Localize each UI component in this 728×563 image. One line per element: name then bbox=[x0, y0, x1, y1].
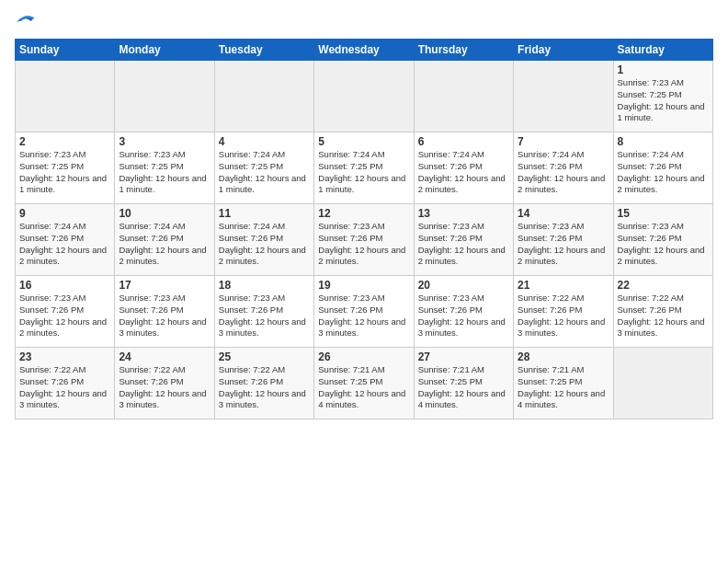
day-number: 25 bbox=[219, 350, 310, 363]
day-number: 12 bbox=[318, 207, 409, 220]
calendar-cell-0-4 bbox=[414, 61, 513, 132]
calendar-cell-4-5: 28Sunrise: 7:21 AM Sunset: 7:25 PM Dayli… bbox=[514, 348, 613, 419]
calendar-week-1: 2Sunrise: 7:23 AM Sunset: 7:25 PM Daylig… bbox=[16, 132, 713, 204]
day-info: Sunrise: 7:24 AM Sunset: 7:26 PM Dayligh… bbox=[518, 149, 609, 196]
calendar-cell-1-0: 2Sunrise: 7:23 AM Sunset: 7:25 PM Daylig… bbox=[16, 132, 115, 204]
day-info: Sunrise: 7:23 AM Sunset: 7:26 PM Dayligh… bbox=[219, 293, 310, 339]
calendar-cell-1-4: 6Sunrise: 7:24 AM Sunset: 7:26 PM Daylig… bbox=[414, 132, 513, 204]
day-number: 7 bbox=[518, 135, 609, 148]
day-number: 8 bbox=[618, 135, 709, 148]
day-number: 28 bbox=[518, 350, 609, 363]
calendar-cell-2-4: 13Sunrise: 7:23 AM Sunset: 7:26 PM Dayli… bbox=[414, 204, 513, 276]
logo-icon bbox=[16, 11, 36, 31]
day-number: 14 bbox=[518, 207, 609, 220]
day-info: Sunrise: 7:22 AM Sunset: 7:26 PM Dayligh… bbox=[219, 364, 310, 411]
calendar-cell-3-1: 17Sunrise: 7:23 AM Sunset: 7:26 PM Dayli… bbox=[115, 276, 214, 348]
day-number: 3 bbox=[119, 135, 210, 148]
day-number: 26 bbox=[318, 350, 409, 363]
day-number: 6 bbox=[418, 135, 509, 148]
day-info: Sunrise: 7:22 AM Sunset: 7:26 PM Dayligh… bbox=[518, 293, 609, 339]
day-number: 11 bbox=[219, 207, 310, 220]
calendar-cell-4-3: 26Sunrise: 7:21 AM Sunset: 7:25 PM Dayli… bbox=[314, 348, 414, 419]
calendar-table: SundayMondayTuesdayWednesdayThursdayFrid… bbox=[15, 39, 713, 419]
calendar-cell-0-2 bbox=[214, 61, 313, 132]
day-info: Sunrise: 7:24 AM Sunset: 7:25 PM Dayligh… bbox=[318, 149, 409, 196]
day-info: Sunrise: 7:23 AM Sunset: 7:26 PM Dayligh… bbox=[518, 221, 609, 268]
calendar-header-saturday: Saturday bbox=[613, 40, 712, 61]
day-info: Sunrise: 7:24 AM Sunset: 7:26 PM Dayligh… bbox=[19, 221, 110, 268]
day-info: Sunrise: 7:24 AM Sunset: 7:26 PM Dayligh… bbox=[418, 149, 509, 196]
day-number: 27 bbox=[418, 350, 509, 363]
calendar-cell-4-1: 24Sunrise: 7:22 AM Sunset: 7:26 PM Dayli… bbox=[115, 348, 214, 419]
day-info: Sunrise: 7:23 AM Sunset: 7:25 PM Dayligh… bbox=[618, 77, 709, 124]
day-info: Sunrise: 7:23 AM Sunset: 7:25 PM Dayligh… bbox=[19, 149, 110, 196]
calendar-cell-0-6: 1Sunrise: 7:23 AM Sunset: 7:25 PM Daylig… bbox=[613, 61, 712, 132]
calendar-header-thursday: Thursday bbox=[414, 40, 513, 61]
day-number: 9 bbox=[19, 207, 110, 220]
logo bbox=[15, 11, 36, 31]
calendar-week-2: 9Sunrise: 7:24 AM Sunset: 7:26 PM Daylig… bbox=[16, 204, 713, 276]
day-info: Sunrise: 7:23 AM Sunset: 7:26 PM Dayligh… bbox=[19, 293, 110, 339]
calendar-cell-2-2: 11Sunrise: 7:24 AM Sunset: 7:26 PM Dayli… bbox=[214, 204, 313, 276]
day-number: 21 bbox=[518, 279, 609, 292]
calendar-cell-1-1: 3Sunrise: 7:23 AM Sunset: 7:25 PM Daylig… bbox=[115, 132, 214, 204]
day-number: 2 bbox=[19, 135, 110, 148]
calendar-cell-0-0 bbox=[16, 61, 115, 132]
day-number: 20 bbox=[418, 279, 509, 292]
calendar-cell-2-0: 9Sunrise: 7:24 AM Sunset: 7:26 PM Daylig… bbox=[16, 204, 115, 276]
calendar-cell-3-5: 21Sunrise: 7:22 AM Sunset: 7:26 PM Dayli… bbox=[514, 276, 613, 348]
calendar-week-3: 16Sunrise: 7:23 AM Sunset: 7:26 PM Dayli… bbox=[16, 276, 713, 348]
calendar-cell-3-6: 22Sunrise: 7:22 AM Sunset: 7:26 PM Dayli… bbox=[613, 276, 712, 348]
calendar-header-row: SundayMondayTuesdayWednesdayThursdayFrid… bbox=[16, 40, 713, 61]
day-info: Sunrise: 7:22 AM Sunset: 7:26 PM Dayligh… bbox=[618, 293, 709, 339]
day-number: 19 bbox=[318, 279, 409, 292]
calendar-cell-3-0: 16Sunrise: 7:23 AM Sunset: 7:26 PM Dayli… bbox=[16, 276, 115, 348]
day-info: Sunrise: 7:21 AM Sunset: 7:25 PM Dayligh… bbox=[318, 364, 409, 411]
calendar-cell-2-3: 12Sunrise: 7:23 AM Sunset: 7:26 PM Dayli… bbox=[314, 204, 414, 276]
calendar-header-sunday: Sunday bbox=[16, 40, 115, 61]
calendar-cell-0-5 bbox=[514, 61, 613, 132]
day-info: Sunrise: 7:24 AM Sunset: 7:26 PM Dayligh… bbox=[618, 149, 709, 196]
calendar-cell-3-3: 19Sunrise: 7:23 AM Sunset: 7:26 PM Dayli… bbox=[314, 276, 414, 348]
day-info: Sunrise: 7:21 AM Sunset: 7:25 PM Dayligh… bbox=[518, 364, 609, 411]
calendar-header-tuesday: Tuesday bbox=[214, 40, 313, 61]
day-info: Sunrise: 7:23 AM Sunset: 7:26 PM Dayligh… bbox=[418, 293, 509, 339]
calendar-cell-4-4: 27Sunrise: 7:21 AM Sunset: 7:25 PM Dayli… bbox=[414, 348, 513, 419]
day-info: Sunrise: 7:23 AM Sunset: 7:26 PM Dayligh… bbox=[418, 221, 509, 268]
calendar-week-4: 23Sunrise: 7:22 AM Sunset: 7:26 PM Dayli… bbox=[16, 348, 713, 419]
calendar-header-monday: Monday bbox=[115, 40, 214, 61]
calendar-cell-2-5: 14Sunrise: 7:23 AM Sunset: 7:26 PM Dayli… bbox=[514, 204, 613, 276]
day-info: Sunrise: 7:23 AM Sunset: 7:26 PM Dayligh… bbox=[318, 293, 409, 339]
day-info: Sunrise: 7:21 AM Sunset: 7:25 PM Dayligh… bbox=[418, 364, 509, 411]
day-info: Sunrise: 7:22 AM Sunset: 7:26 PM Dayligh… bbox=[19, 364, 110, 411]
day-info: Sunrise: 7:23 AM Sunset: 7:26 PM Dayligh… bbox=[618, 221, 709, 268]
day-number: 22 bbox=[618, 279, 709, 292]
calendar-cell-2-1: 10Sunrise: 7:24 AM Sunset: 7:26 PM Dayli… bbox=[115, 204, 214, 276]
day-number: 17 bbox=[119, 279, 210, 292]
calendar-cell-0-3 bbox=[314, 61, 414, 132]
calendar-cell-3-4: 20Sunrise: 7:23 AM Sunset: 7:26 PM Dayli… bbox=[414, 276, 513, 348]
calendar-cell-2-6: 15Sunrise: 7:23 AM Sunset: 7:26 PM Dayli… bbox=[613, 204, 712, 276]
calendar-cell-1-6: 8Sunrise: 7:24 AM Sunset: 7:26 PM Daylig… bbox=[613, 132, 712, 204]
day-number: 15 bbox=[618, 207, 709, 220]
calendar-cell-4-6 bbox=[613, 348, 712, 419]
calendar-cell-3-2: 18Sunrise: 7:23 AM Sunset: 7:26 PM Dayli… bbox=[214, 276, 313, 348]
day-number: 16 bbox=[19, 279, 110, 292]
calendar-cell-4-2: 25Sunrise: 7:22 AM Sunset: 7:26 PM Dayli… bbox=[214, 348, 313, 419]
day-number: 4 bbox=[219, 135, 310, 148]
day-info: Sunrise: 7:23 AM Sunset: 7:26 PM Dayligh… bbox=[318, 221, 409, 268]
day-number: 10 bbox=[119, 207, 210, 220]
day-number: 5 bbox=[318, 135, 409, 148]
day-number: 23 bbox=[19, 350, 110, 363]
calendar-cell-4-0: 23Sunrise: 7:22 AM Sunset: 7:26 PM Dayli… bbox=[16, 348, 115, 419]
calendar-cell-0-1 bbox=[115, 61, 214, 132]
day-info: Sunrise: 7:23 AM Sunset: 7:26 PM Dayligh… bbox=[119, 293, 210, 339]
calendar-cell-1-2: 4Sunrise: 7:24 AM Sunset: 7:25 PM Daylig… bbox=[214, 132, 313, 204]
day-number: 1 bbox=[618, 63, 709, 76]
day-number: 18 bbox=[219, 279, 310, 292]
calendar-header-friday: Friday bbox=[514, 40, 613, 61]
calendar-cell-1-5: 7Sunrise: 7:24 AM Sunset: 7:26 PM Daylig… bbox=[514, 132, 613, 204]
day-info: Sunrise: 7:24 AM Sunset: 7:25 PM Dayligh… bbox=[219, 149, 310, 196]
day-info: Sunrise: 7:24 AM Sunset: 7:26 PM Dayligh… bbox=[219, 221, 310, 268]
day-info: Sunrise: 7:24 AM Sunset: 7:26 PM Dayligh… bbox=[119, 221, 210, 268]
